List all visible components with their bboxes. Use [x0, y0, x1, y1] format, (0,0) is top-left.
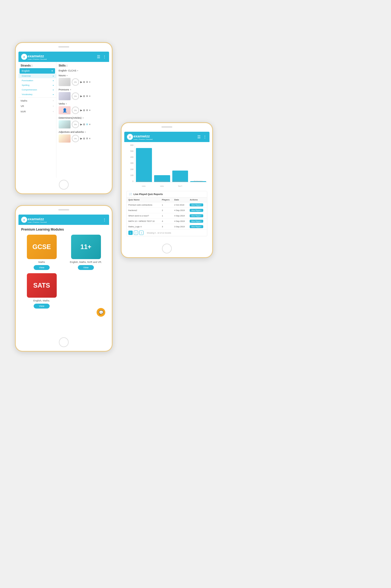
gcse-subject: Maths — [38, 261, 45, 263]
modules-grid: GCSE Maths View 11+ English, Maths, NVR … — [21, 235, 106, 309]
quiz-name: Maths_Logic 4 — [127, 224, 160, 229]
report-icon: 📄 — [129, 193, 132, 196]
plus-icon1: + — [53, 99, 54, 102]
logo-icon-e3: e — [23, 218, 25, 221]
col-players: Players — [160, 197, 173, 202]
pronouns-progress: 0% — [72, 92, 79, 100]
play-icon4[interactable]: ▶ — [80, 123, 82, 126]
quiz-action: View Report › — [188, 219, 207, 224]
strand-punctuation[interactable]: Punctuation ▸ — [18, 78, 56, 83]
verbs-row: 👤 0% ▶ ⊞ ⬇ ≡ — [59, 106, 107, 114]
table-header-row: Quiz Name Players Date Actions — [127, 197, 207, 202]
plus-icon2: + — [53, 105, 54, 108]
menu-icon2[interactable]: ☰ — [197, 135, 201, 139]
screen-icon5[interactable]: ⊞ — [83, 137, 85, 140]
menu-icon[interactable]: ☰ — [97, 55, 100, 59]
page-btn-3[interactable]: 3 — [139, 231, 144, 235]
play-icon[interactable]: ▶ — [80, 81, 82, 83]
strand-spelling[interactable]: Spelling ▸ — [18, 83, 56, 87]
table-row: Premium web contractions 1 2 Oct 2019 Vi… — [127, 202, 207, 208]
screen-icon2[interactable]: ⊞ — [83, 95, 85, 98]
quiz-date: 2 Oct 2019 — [173, 202, 188, 208]
nouns-thumb — [59, 78, 71, 86]
strand-vocabulary[interactable]: Vocabulary ▸ — [18, 92, 56, 97]
pronouns-row: 0% ▶ ⊞ ⬇ ≡ — [59, 92, 107, 100]
header-icons3: ⋮ — [103, 218, 106, 222]
quiz-players: 3 — [160, 224, 173, 229]
determiners-title: Determiners(Articles) ▸ — [59, 117, 107, 119]
strand-comprehension[interactable]: Comprehension ▸ — [18, 87, 56, 92]
quiz-name: Premium web contractions — [127, 202, 160, 208]
download-icon[interactable]: ⬇ — [86, 81, 88, 83]
skills-title: Skills : — [59, 64, 107, 67]
quiz-date: 4 Sep 2019 — [173, 208, 188, 213]
eleven-plus-view-btn[interactable]: View — [78, 265, 94, 270]
quiz-name: fractions2 — [127, 208, 160, 213]
screen-icon3[interactable]: ⊞ — [83, 109, 85, 112]
x-label3: Amar3/demoTeacher – Year 5 — [172, 178, 188, 188]
view-report-btn3[interactable]: View Report › — [190, 214, 203, 217]
list-icon5[interactable]: ≡ — [89, 137, 90, 140]
det-progress: 0% — [72, 121, 79, 128]
bar4-group — [190, 144, 206, 182]
view-report-btn2[interactable]: View Report › — [190, 209, 203, 212]
quiz-action: View Report › — [188, 224, 207, 229]
logo: e examwizz Learn | Practice | Succeed — [21, 54, 47, 60]
adjectives-title: Adjectives and adverbs ▸ — [59, 131, 107, 133]
chat-bubble[interactable]: 💬 — [97, 308, 105, 317]
play-icon3[interactable]: ▶ — [80, 109, 82, 112]
logo-subtitle2: Learn | Practice | Succeed — [133, 139, 152, 140]
page-btn-1[interactable]: 1 — [128, 231, 133, 235]
download-icon5[interactable]: ⬇ — [86, 137, 88, 140]
play-icon2[interactable]: ▶ — [80, 95, 82, 98]
verbs-thumb: 👤 — [59, 106, 71, 114]
adj-actions: ▶ ⊞ ⬇ ≡ — [80, 137, 90, 140]
quiz-action: View Report › — [188, 208, 207, 213]
sats-subject: English, Maths. — [33, 299, 50, 302]
list-icon[interactable]: ≡ — [89, 81, 90, 83]
list-icon4[interactable]: ≡ — [89, 123, 90, 126]
showing-text: Showing 0 - 10 of 12 records — [147, 232, 171, 234]
page-btn-2[interactable]: 2 — [134, 231, 138, 235]
pronouns-title: Pronouns ▸ — [59, 88, 107, 91]
sats-view-btn[interactable]: View — [34, 304, 50, 309]
det-actions: ▶ ⊞ ⬇ ≡ — [80, 123, 90, 126]
view-report-btn5[interactable]: View Report › — [190, 225, 203, 228]
gcse-view-btn[interactable]: View — [34, 265, 50, 270]
module-gcse: GCSE Maths View — [21, 235, 62, 270]
strand-grammar[interactable]: Grammar ▸ — [18, 74, 56, 78]
download-icon4[interactable]: ⬇ — [86, 123, 88, 126]
quiz-players: 1 — [160, 213, 173, 219]
reports-header: 📄 Live Played Quiz Reports — [127, 191, 207, 197]
strand-english[interactable]: English ▾ — [20, 68, 55, 74]
list-icon2[interactable]: ≡ — [89, 95, 90, 98]
chevron-right-icon2: ▸ — [53, 80, 54, 82]
more-icon[interactable]: ⋮ — [103, 55, 106, 59]
header-icons2: ☰ ⋮ — [197, 135, 207, 139]
screen-icon[interactable]: ⊞ — [83, 81, 85, 83]
screen-icon4[interactable]: ⊞ — [83, 123, 85, 126]
strand-vr[interactable]: VR + — [18, 103, 56, 109]
col-quiz: Quiz Name — [127, 197, 160, 202]
view-report-btn4[interactable]: View Report › — [190, 220, 203, 223]
y-axis: 600 500 400 300 200 100 0 — [126, 144, 135, 182]
strand-nvr[interactable]: NVR + — [18, 109, 56, 114]
view-report-btn1[interactable]: View Report › — [190, 203, 203, 206]
more-icon2[interactable]: ⋮ — [203, 135, 207, 139]
table-row: Which word is a noun? 1 4 Sep 2019 View … — [127, 213, 207, 219]
download-icon3[interactable]: ⬇ — [86, 109, 88, 112]
chart-content: 600 500 400 300 200 100 0 — [124, 142, 209, 241]
header-icons: ☰ ⋮ — [97, 55, 106, 59]
table-row: MATH 10 + MPASS TEST 10 4 4 Sep 2019 Vie… — [127, 219, 207, 224]
download-icon2[interactable]: ⬇ — [86, 95, 88, 98]
determiners-row: 0% ▶ ⊞ ⬇ ≡ — [59, 120, 107, 128]
strand-maths[interactable]: Maths + — [18, 98, 56, 103]
more-icon3[interactable]: ⋮ — [103, 218, 106, 222]
strands-skills-layout: Strands : English ▾ Grammar ▸ Punctuatio… — [18, 62, 109, 178]
list-icon3[interactable]: ≡ — [89, 109, 90, 112]
quiz-table: Quiz Name Players Date Actions Premium w… — [127, 197, 207, 229]
arrow-pronouns: ▸ — [70, 89, 71, 91]
skill-section-header: English- CLCAS ▸ — [59, 69, 107, 72]
play-icon5[interactable]: ▶ — [80, 137, 82, 140]
adj-thumb — [59, 134, 71, 143]
